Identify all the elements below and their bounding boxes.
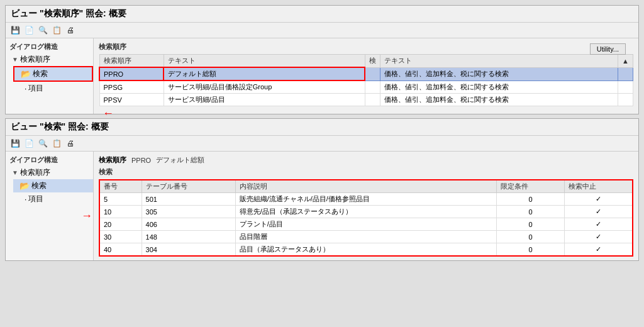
print-icon2[interactable]: 🖨 <box>65 138 76 149</box>
filter-icon[interactable]: 🔍 <box>37 25 48 36</box>
cell-limit: 0 <box>497 231 565 243</box>
print-icon[interactable]: 🖨 <box>65 25 76 36</box>
sidebar-item-search1[interactable]: 📂 検索 <box>13 66 93 82</box>
table-row[interactable]: PPSG サービス明細/品目価格設定Group 価格、値引、追加料金、税に関する… <box>99 80 633 94</box>
cell-num: 10 <box>99 206 142 218</box>
sidebar-item-items1[interactable]: · 項目 <box>18 82 93 95</box>
panel2-body: ダイアログ構造 ▼ 検索順序 📂 検索 · 項目 検索順序 PPRO デフォルト… <box>6 152 638 260</box>
panel2: ビュー "検索" 照会: 概要 💾 📄 🔍 📋 🖨 ダイアログ構造 ▼ 検索順序… <box>5 118 639 261</box>
search-header-label: 検索順序 <box>99 155 126 165</box>
cell-num: 30 <box>99 231 142 243</box>
col-table: テーブル番号 <box>142 180 235 193</box>
panel2-sidebar: ダイアログ構造 ▼ 検索順序 📂 検索 · 項目 <box>6 152 94 260</box>
dot-icon: · <box>25 84 26 93</box>
cell-desc: 品目（承認ステータスあり） <box>235 243 497 257</box>
cell-extra <box>618 80 633 94</box>
panel1-section-title: 検索順序 <box>99 42 633 52</box>
sidebar-item-searchorder1[interactable]: ▼ 検索順序 <box>6 53 93 66</box>
cell-desc: 品目階層 <box>235 231 497 243</box>
cell-limit: 0 <box>497 206 565 218</box>
cell-check <box>365 80 380 94</box>
cell-desc: 販売組織/流通チャネル/品目/価格参照品目 <box>235 193 497 206</box>
panel2-search-header: 検索順序 PPRO デフォルト総額 <box>99 155 633 165</box>
cell-desc: 価格、値引、追加料金、税に関する検索 <box>380 80 618 94</box>
panel2-title: ビュー "検索" 照会: 概要 <box>6 119 638 136</box>
cell-desc: 価格、値引、追加料金、税に関する検索 <box>380 94 618 106</box>
table-row[interactable]: 10 305 得意先/品目（承認ステータスあり） 0 ✓ <box>99 206 633 218</box>
cell-extra <box>618 94 633 106</box>
sidebar-item-searchorder2[interactable]: ▼ 検索順序 <box>6 166 93 179</box>
cell-desc: プラント/品目 <box>235 218 497 231</box>
cell-table: 501 <box>142 193 235 206</box>
col-num: 番号 <box>99 180 142 193</box>
page-icon2[interactable]: 📄 <box>23 138 35 149</box>
panel1-sidebar: ダイアログ構造 ▼ 検索順序 📂 検索 · 項目 <box>6 38 94 114</box>
cell-check <box>365 67 380 80</box>
sidebar-item-items2[interactable]: · 項目 <box>18 192 93 206</box>
cell-num: 5 <box>99 193 142 206</box>
arrow-icon: ▼ <box>12 56 18 63</box>
col-stop: 検索中止 <box>564 180 633 193</box>
col-searchorder: 検索順序 <box>99 55 164 68</box>
cell-table: 305 <box>142 206 235 218</box>
col-scroll: ▲ <box>618 55 633 68</box>
panel1-body: ダイアログ構造 ▼ 検索順序 📂 検索 · 項目 Utility... 検索順序 <box>6 38 638 114</box>
cell-stop: ✓ <box>564 231 633 243</box>
cell-table: 304 <box>142 243 235 257</box>
cell-stop: ✓ <box>564 218 633 231</box>
cell-extra <box>618 67 633 80</box>
table-row[interactable]: 20 406 プラント/品目 0 ✓ <box>99 218 633 231</box>
dot-icon2: · <box>25 195 26 204</box>
cell-limit: 0 <box>497 193 565 206</box>
utility-button[interactable]: Utility... <box>590 43 626 55</box>
sidebar-item-search2[interactable]: 📂 検索 <box>13 179 93 192</box>
cell-stop: ✓ <box>564 206 633 218</box>
export-icon2[interactable]: 📋 <box>51 138 62 149</box>
red-arrow-right: → <box>81 209 92 223</box>
cell-table: 406 <box>142 218 235 231</box>
cell-limit: 0 <box>497 243 565 257</box>
table-row[interactable]: PPRO デフォルト総額 価格、値引、追加料金、税に関する検索 <box>99 67 633 80</box>
panel1: ビュー "検索順序" 照会: 概要 💾 📄 🔍 📋 🖨 ダイアログ構造 ▼ 検索… <box>5 5 639 114</box>
cell-stop: ✓ <box>564 193 633 206</box>
sidebar-label-items2: 項目 <box>28 194 43 204</box>
table-row[interactable]: 30 148 品目階層 0 ✓ <box>99 231 633 243</box>
arrow-icon2: ▼ <box>12 169 18 176</box>
filter-icon2[interactable]: 🔍 <box>37 138 48 149</box>
sidebar-label-searchorder2: 検索順序 <box>20 167 50 178</box>
panel2-content: 検索順序 PPRO デフォルト総額 検索 → 番号 テーブル番号 内容説明 限定… <box>94 152 638 260</box>
table-row[interactable]: 40 304 品目（承認ステータスあり） 0 ✓ <box>99 243 633 257</box>
cell-text: サービス明細/品目価格設定Group <box>164 80 365 94</box>
panel2-sidebar-title: ダイアログ構造 <box>6 154 93 166</box>
cell-check <box>365 94 380 106</box>
panel1-toolbar: 💾 📄 🔍 📋 🖨 <box>6 23 638 38</box>
search-header-text: デフォルト総額 <box>156 155 204 165</box>
cell-limit: 0 <box>497 218 565 231</box>
cell-num: 20 <box>99 218 142 231</box>
export-icon[interactable]: 📋 <box>51 25 62 36</box>
page-icon[interactable]: 📄 <box>23 25 35 36</box>
col-check: 検 <box>365 55 380 68</box>
col-text2: テキスト <box>380 55 618 68</box>
panel1-sidebar-title: ダイアログ構造 <box>6 41 93 53</box>
table-row[interactable]: 5 501 販売組織/流通チャネル/品目/価格参照品目 0 ✓ <box>99 193 633 206</box>
panel2-table: 番号 テーブル番号 内容説明 限定条件 検索中止 5 501 販売組織/流通チャ… <box>99 179 633 257</box>
panel1-title: ビュー "検索順序" 照会: 概要 <box>6 6 638 23</box>
col-text1: テキスト <box>164 55 365 68</box>
search-header-code: PPRO <box>131 157 151 164</box>
panel1-content: Utility... 検索順序 検索順序 テキスト 検 テキスト ▲ PPRO <box>94 38 638 114</box>
cell-num: 40 <box>99 243 142 257</box>
sidebar-label-search2: 検索 <box>31 180 47 191</box>
cell-stop: ✓ <box>564 243 633 257</box>
red-arrow-left: ← <box>103 107 114 120</box>
sidebar-label-items1: 項目 <box>28 83 43 94</box>
panel2-section-title: 検索 <box>99 167 633 177</box>
col-desc: 内容説明 <box>235 180 497 193</box>
table-row[interactable]: PPSV サービス明細/品目 価格、値引、追加料金、税に関する検索 <box>99 94 633 106</box>
folder-open-icon2: 📂 <box>19 181 30 191</box>
save-icon[interactable]: 💾 <box>9 25 21 36</box>
cell-desc: 価格、値引、追加料金、税に関する検索 <box>380 67 618 80</box>
cell-code: PPSV <box>99 94 164 106</box>
save-icon2[interactable]: 💾 <box>9 138 21 149</box>
cell-text: サービス明細/品目 <box>164 94 365 106</box>
